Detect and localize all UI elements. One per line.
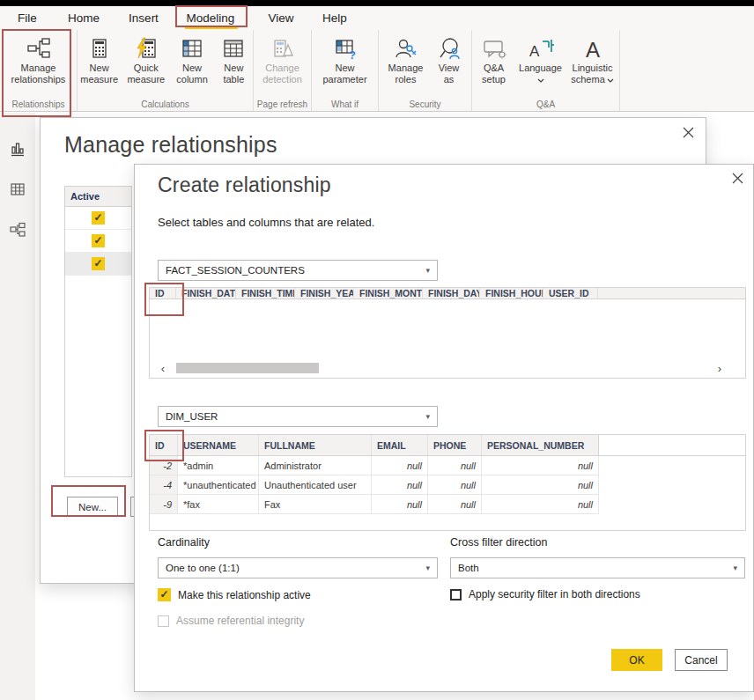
model-view-icon[interactable]	[0, 218, 35, 241]
group-label-calculations: Calculations	[78, 99, 253, 109]
table2-select[interactable]: DIM_USER ▾	[158, 406, 438, 427]
data-view-icon[interactable]	[0, 178, 35, 201]
scroll-right-icon[interactable]: ›	[710, 362, 729, 375]
dropdown-caret-icon: ▾	[425, 412, 430, 421]
create-dialog-subtitle: Select tables and columns that are relat…	[158, 216, 374, 229]
tab-view[interactable]: View	[263, 8, 299, 29]
table-column-icon	[181, 34, 203, 63]
table1-col-header[interactable]: ID	[150, 288, 176, 298]
cardinality-select[interactable]: One to one (1:1) ▾	[158, 557, 438, 578]
ribbon-group-page-refresh: Change detection Page refresh	[254, 30, 312, 111]
table2-col-header[interactable]: PERSONAL_NUMBER	[482, 435, 599, 455]
table1-col-header[interactable]: FINISH_HOUR	[480, 288, 543, 298]
table1-col-header[interactable]: FINISH_DATE	[176, 288, 236, 298]
ribbon-group-calculations: New measure	[78, 30, 254, 111]
table-icon	[222, 34, 245, 63]
new-parameter-button[interactable]: ? New parameter	[317, 34, 373, 85]
new-measure-button[interactable]: New measure	[78, 34, 121, 85]
table1-col-header[interactable]: FINISH_YEAR	[295, 288, 354, 298]
lightning-calculator-icon	[135, 34, 158, 63]
scrollbar-thumb[interactable]	[176, 363, 319, 373]
unchecked-checkbox[interactable]	[450, 589, 462, 601]
relationships-table: Active ✓ ✓ ✓	[64, 186, 132, 477]
table-row[interactable]: -9 *fax Fax null null null	[150, 495, 745, 514]
close-icon[interactable]	[730, 171, 744, 185]
table1-select[interactable]: FACT_SESSION_COUNTERS ▾	[158, 260, 438, 281]
chevron-down-icon	[607, 78, 614, 83]
tab-file[interactable]: File	[11, 8, 44, 29]
window-title-bar	[0, 0, 754, 6]
dropdown-caret-icon: ▾	[733, 564, 737, 572]
svg-text:A: A	[529, 43, 540, 60]
ok-button[interactable]: OK	[611, 649, 662, 671]
relationship-row[interactable]: ✓	[65, 230, 131, 253]
change-detection-button: Change detection	[256, 34, 309, 85]
ribbon-group-relationships: Manage relationships Relationships	[0, 30, 78, 111]
powerbi-window: File Home Insert Modeling View Help	[0, 0, 754, 700]
person-key-icon	[395, 34, 418, 63]
make-relationship-active-checkbox-row[interactable]: ✓ Make this relationship active	[158, 588, 311, 601]
table1-col-header[interactable]: FINISH_MONTH	[354, 288, 423, 298]
table1-col-header[interactable]: USER_ID	[543, 288, 598, 298]
create-dialog-title: Create relationship	[158, 173, 331, 197]
manage-relationships-button[interactable]: Manage relationships	[3, 34, 75, 85]
tab-help[interactable]: Help	[318, 8, 351, 29]
modeling-tab-underline	[185, 26, 238, 29]
active-column-header: Active	[65, 187, 131, 207]
relationship-row[interactable]: ✓	[65, 253, 131, 276]
speech-bubble-gear-icon	[482, 34, 506, 63]
table2-preview: ID USERNAME FULLNAME EMAIL PHONE PERSONA…	[149, 434, 746, 531]
cross-filter-label: Cross filter direction	[450, 536, 547, 549]
create-relationship-dialog: Create relationship Select tables and co…	[134, 164, 754, 692]
table1-col-header[interactable]: FINISH_TIME	[236, 288, 295, 298]
table-row[interactable]: -2 *admin Administrator null null null	[150, 456, 745, 475]
tab-insert[interactable]: Insert	[124, 8, 163, 29]
new-table-button[interactable]: New table	[215, 34, 253, 85]
new-column-button[interactable]: New column	[171, 34, 212, 85]
group-label-security: Security	[379, 99, 471, 109]
manage-relationships-icon	[26, 34, 51, 63]
close-icon[interactable]	[681, 125, 695, 139]
svg-text:?: ?	[349, 48, 356, 60]
group-label-qa: Q&A	[472, 99, 619, 109]
quick-measure-button[interactable]: Quick measure	[122, 34, 169, 85]
linguistic-schema-button[interactable]: A Linguistic schema	[567, 34, 618, 85]
cancel-button[interactable]: Cancel	[675, 649, 728, 671]
table-row[interactable]: -4 *unauthenticated Unauthenticated user…	[150, 475, 745, 495]
ribbon-group-qa: Q&A setup A Language	[472, 30, 620, 111]
dropdown-caret-icon: ▾	[425, 564, 430, 572]
tab-home[interactable]: Home	[63, 8, 104, 29]
ribbon-group-security: Manage roles View as S	[379, 30, 472, 111]
cross-filter-select[interactable]: Both ▾	[450, 557, 745, 578]
language-icon: A	[528, 34, 554, 63]
cardinality-label: Cardinality	[158, 536, 210, 549]
magnifier-person-icon	[438, 34, 461, 63]
view-sidebar	[0, 113, 35, 700]
active-checkbox[interactable]: ✓	[92, 211, 105, 225]
manage-dialog-title: Manage relationships	[64, 132, 277, 158]
linguistic-schema-icon: A	[581, 34, 604, 63]
table1-col-header[interactable]: FINISH_DAY	[423, 288, 480, 298]
table2-col-header[interactable]: USERNAME	[178, 435, 259, 455]
table2-col-header[interactable]: FULLNAME	[259, 435, 372, 455]
table2-col-header[interactable]: EMAIL	[372, 435, 428, 455]
apply-security-filter-checkbox-row[interactable]: Apply security filter in both directions	[450, 588, 640, 601]
language-button[interactable]: A Language	[516, 34, 566, 85]
active-checkbox[interactable]: ✓	[92, 257, 105, 270]
manage-roles-button[interactable]: Manage roles	[383, 34, 429, 85]
qa-setup-button[interactable]: Q&A setup	[474, 34, 514, 85]
active-checkbox[interactable]: ✓	[92, 234, 105, 247]
chevron-down-icon	[537, 78, 544, 83]
relationship-row[interactable]: ✓	[65, 207, 131, 230]
table2-col-header[interactable]: PHONE	[428, 435, 482, 455]
change-detection-icon	[271, 34, 294, 63]
table1-horizontal-scrollbar[interactable]: ‹ ›	[150, 358, 745, 378]
group-label-what-if: What if	[312, 99, 378, 109]
new-relationship-button[interactable]: New...	[67, 497, 118, 517]
report-view-icon[interactable]	[0, 137, 35, 160]
checked-checkbox[interactable]: ✓	[158, 588, 171, 601]
view-as-button[interactable]: View as	[431, 34, 468, 85]
ribbon: File Home Insert Modeling View Help	[0, 6, 754, 112]
table2-col-header[interactable]: ID	[150, 435, 178, 455]
scroll-left-icon[interactable]: ‹	[153, 362, 173, 375]
